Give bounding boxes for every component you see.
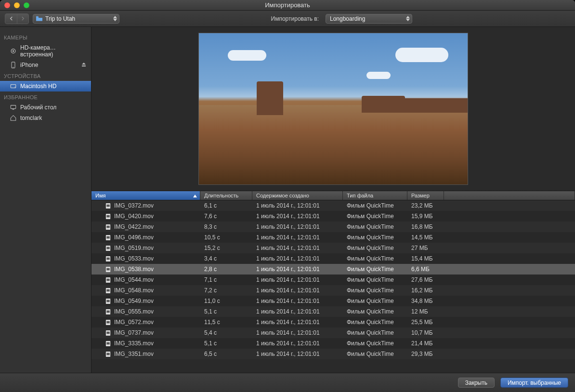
- file-name: IMG_0555.mov: [114, 308, 154, 315]
- import-to-value: Longboarding: [330, 15, 365, 22]
- file-duration: 11,0 с: [200, 298, 252, 304]
- file-table[interactable]: IMG_0372.mov6,1 с1 июль 2014 г., 12:01:0…: [91, 200, 575, 373]
- file-type: Фильм QuickTime: [343, 266, 407, 273]
- movie-file-icon: [105, 351, 111, 357]
- sidebar-item[interactable]: HD-камера…встроенная): [0, 42, 91, 60]
- body: КАМЕРЫHD-камера…встроенная)iPhoneУСТРОЙС…: [0, 27, 575, 373]
- table-row[interactable]: IMG_0548.mov7,2 с1 июль 2014 г., 12:01:0…: [91, 285, 575, 296]
- table-row[interactable]: IMG_0538.mov2,8 с1 июль 2014 г., 12:01:0…: [91, 264, 575, 274]
- svg-rect-4: [11, 85, 16, 88]
- table-row[interactable]: IMG_3335.mov5,1 с1 июль 2014 г., 12:01:0…: [91, 338, 575, 349]
- table-row[interactable]: IMG_0496.mov10,5 с1 июль 2014 г., 12:01:…: [91, 232, 575, 243]
- sidebar-section-title: УСТРОЙСТВА: [0, 70, 91, 81]
- file-size: 16,8 МБ: [407, 223, 444, 230]
- nav-button-group: [5, 13, 29, 24]
- column-header-name[interactable]: Имя: [91, 191, 200, 200]
- column-header-size[interactable]: Размер: [407, 191, 444, 200]
- zoom-window-button[interactable]: [24, 2, 29, 8]
- file-size: 21,4 МБ: [407, 340, 444, 347]
- file-type: Фильм QuickTime: [343, 255, 407, 262]
- svg-point-5: [14, 87, 15, 87]
- chevron-left-icon: [9, 16, 13, 21]
- location-value: Trip to Utah: [45, 15, 75, 22]
- movie-file-icon: [105, 287, 111, 294]
- sidebar-item[interactable]: iPhone: [0, 60, 91, 70]
- nav-back-button[interactable]: [5, 14, 17, 24]
- file-type: Фильм QuickTime: [343, 340, 407, 347]
- close-button[interactable]: Закрыть: [458, 378, 495, 388]
- svg-rect-25: [106, 289, 110, 291]
- movie-file-icon: [105, 256, 111, 262]
- close-window-button[interactable]: [4, 2, 10, 8]
- table-row[interactable]: IMG_0549.mov11,0 с1 июль 2014 г., 12:01:…: [91, 296, 575, 306]
- chevron-right-icon: [21, 16, 25, 21]
- svg-rect-33: [106, 331, 110, 334]
- import-to-dropdown[interactable]: Longboarding: [326, 14, 412, 24]
- movie-file-icon: [105, 245, 111, 251]
- file-type: Фильм QuickTime: [343, 213, 407, 220]
- eject-icon[interactable]: [81, 62, 86, 68]
- dropdown-arrows-icon: [406, 16, 410, 21]
- table-row[interactable]: IMG_0519.mov15,2 с1 июль 2014 г., 12:01:…: [91, 243, 575, 253]
- file-type: Фильм QuickTime: [343, 351, 407, 357]
- table-row[interactable]: IMG_0737.mov5,4 с1 июль 2014 г., 12:01:0…: [91, 327, 575, 338]
- table-row[interactable]: IMG_0372.mov6,1 с1 июль 2014 г., 12:01:0…: [91, 200, 575, 211]
- sidebar-item[interactable]: Macintosh HD: [0, 81, 91, 91]
- movie-file-icon: [105, 266, 111, 273]
- table-row[interactable]: IMG_3351.mov6,5 с1 июль 2014 г., 12:01:0…: [91, 349, 575, 359]
- file-created: 1 июль 2014 г., 12:01:01: [252, 329, 343, 336]
- main-pane: Имя Длительность Содержимое создано Тип …: [91, 27, 575, 373]
- file-duration: 5,1 с: [200, 308, 252, 315]
- column-header-extra[interactable]: [444, 191, 575, 200]
- file-duration: 5,1 с: [200, 340, 252, 347]
- table-row[interactable]: IMG_0544.mov7,1 с1 июль 2014 г., 12:01:0…: [91, 274, 575, 285]
- movie-file-icon: [105, 340, 111, 347]
- file-type: Фильм QuickTime: [343, 308, 407, 315]
- file-type: Фильм QuickTime: [343, 234, 407, 241]
- file-size: 14,5 МБ: [407, 234, 444, 241]
- table-row[interactable]: IMG_0555.mov5,1 с1 июль 2014 г., 12:01:0…: [91, 306, 575, 317]
- import-to-label: Импортировать в:: [271, 15, 319, 22]
- file-duration: 7,1 с: [200, 276, 252, 283]
- file-duration: 3,4 с: [200, 255, 252, 262]
- column-header-created[interactable]: Содержимое создано: [252, 191, 343, 200]
- location-dropdown[interactable]: Trip to Utah: [33, 14, 119, 24]
- minimize-window-button[interactable]: [14, 2, 20, 8]
- svg-rect-31: [106, 321, 110, 323]
- file-name: IMG_3351.mov: [114, 351, 154, 357]
- table-row[interactable]: IMG_0422.mov8,3 с1 июль 2014 г., 12:01:0…: [91, 222, 575, 232]
- footer: Закрыть Импорт. выбранные: [0, 373, 575, 392]
- table-row[interactable]: IMG_0420.mov7,6 с1 июль 2014 г., 12:01:0…: [91, 211, 575, 222]
- table-row[interactable]: IMG_0533.mov3,4 с1 июль 2014 г., 12:01:0…: [91, 253, 575, 264]
- svg-rect-13: [106, 225, 110, 228]
- file-created: 1 июль 2014 г., 12:01:01: [252, 213, 343, 220]
- file-name: IMG_0496.mov: [114, 234, 154, 241]
- table-header: Имя Длительность Содержимое создано Тип …: [91, 191, 575, 200]
- column-header-type[interactable]: Тип файла: [343, 191, 407, 200]
- import-selected-button[interactable]: Импорт. выбранные: [500, 378, 568, 388]
- file-duration: 5,4 с: [200, 329, 252, 336]
- sidebar-item[interactable]: Рабочий стол: [0, 102, 91, 113]
- file-name: IMG_0544.mov: [114, 276, 154, 283]
- sidebar-item-label: iPhone: [20, 62, 38, 68]
- file-name: IMG_3335.mov: [114, 340, 154, 347]
- file-size: 23,2 МБ: [407, 202, 444, 209]
- file-size: 6,6 МБ: [407, 266, 444, 273]
- movie-file-icon: [105, 319, 111, 326]
- file-name: IMG_0572.mov: [114, 319, 154, 326]
- svg-rect-21: [106, 268, 110, 270]
- file-duration: 10,5 с: [200, 234, 252, 241]
- table-row[interactable]: IMG_0572.mov11,5 с1 июль 2014 г., 12:01:…: [91, 317, 575, 327]
- sidebar-item-label: HD-камера…встроенная): [20, 44, 87, 58]
- toolbar: Trip to Utah Импортировать в: Longboardi…: [0, 11, 575, 27]
- column-header-duration[interactable]: Длительность: [200, 191, 252, 200]
- nav-forward-button[interactable]: [17, 14, 28, 24]
- file-name: IMG_0519.mov: [114, 245, 154, 251]
- svg-rect-15: [106, 236, 110, 238]
- traffic-lights: [0, 2, 29, 8]
- preview-image[interactable]: [198, 33, 468, 185]
- file-name: IMG_0548.mov: [114, 287, 154, 294]
- svg-rect-6: [11, 105, 16, 109]
- sidebar: КАМЕРЫHD-камера…встроенная)iPhoneУСТРОЙС…: [0, 27, 91, 373]
- sidebar-item[interactable]: tomclark: [0, 113, 91, 123]
